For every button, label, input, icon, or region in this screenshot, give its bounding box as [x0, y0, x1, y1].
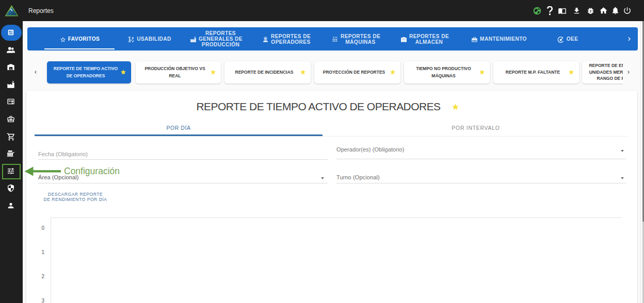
svg-text:Configuración: Configuración	[64, 166, 120, 176]
